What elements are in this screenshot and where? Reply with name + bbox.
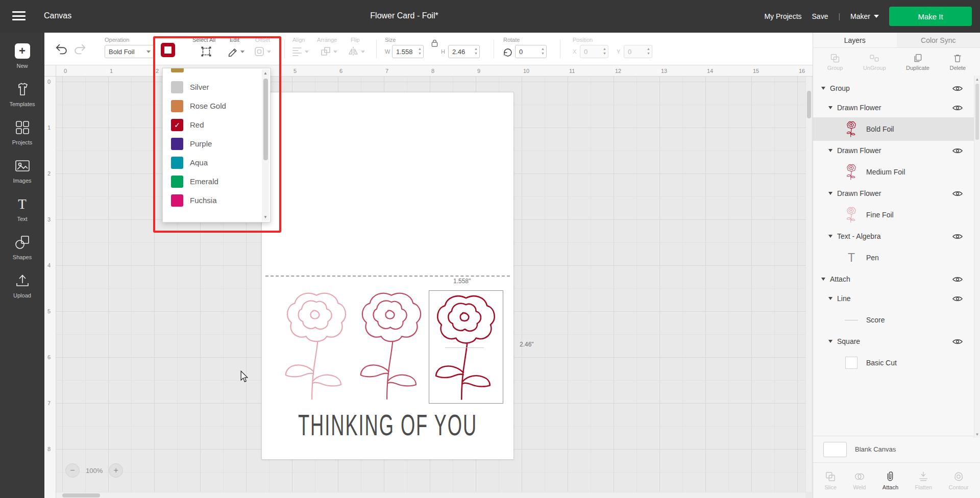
group-button[interactable]: Group [827,53,843,71]
chevron-down-icon [874,15,879,18]
dropdown-scrollbar[interactable]: ▲ ▼ [262,69,269,221]
chevron-down-icon[interactable] [828,297,832,300]
layer-row-drawn-flower-3[interactable]: Drawn Flower [813,184,980,203]
tab-color-sync[interactable]: Color Sync [897,33,980,47]
layer-row-text-algebra[interactable]: Text - Algebra [813,227,980,246]
zoom-in-button[interactable]: + [109,463,123,478]
flip-menu[interactable] [348,46,366,57]
sidebar-item-images[interactable]: Images [0,158,44,184]
tab-layers[interactable]: Layers [813,33,897,47]
eye-icon[interactable] [952,338,963,345]
menu-icon[interactable] [12,11,26,21]
chevron-down-icon[interactable] [828,192,832,195]
layer-row-attach[interactable]: Attach [813,269,980,289]
scrollbar-thumb[interactable] [975,84,979,140]
machine-select[interactable]: Maker [850,12,879,20]
layer-item-fine-foil[interactable]: Fine Foil [813,203,980,227]
layer-item-score[interactable]: Score [813,308,980,332]
color-option-emerald[interactable]: Emerald [163,172,261,191]
eye-icon[interactable] [952,147,963,154]
scrollbar-thumb[interactable] [807,91,811,118]
color-option-rose-gold[interactable]: Rose Gold [163,96,261,115]
panel-scrollbar[interactable]: ▲ ▼ [974,76,980,438]
make-it-button[interactable]: Make It [889,7,972,26]
eye-icon[interactable] [952,295,963,302]
lock-icon[interactable] [431,39,438,49]
sidebar-item-shapes[interactable]: Shapes [0,234,44,260]
flatten-button[interactable]: Flatten [915,471,932,490]
card-text[interactable]: THINKING OF YOU [264,409,511,442]
color-option-silver[interactable]: Silver [163,78,261,96]
chevron-down-icon[interactable] [828,340,832,343]
save-link[interactable]: Save [812,12,828,20]
sidebar-item-text[interactable]: T Text [0,196,44,222]
color-swatch-button[interactable] [161,43,175,57]
eye-icon[interactable] [952,85,963,92]
slice-button[interactable]: Slice [824,471,837,490]
flower-fine-foil[interactable] [282,287,351,404]
edit-menu[interactable] [227,46,246,57]
layer-item-bold-foil[interactable]: Bold Foil [813,117,980,141]
layer-item-medium-foil[interactable]: Medium Foil [813,160,980,184]
layer-item-pen[interactable]: T Pen [813,246,980,269]
duplicate-button[interactable]: Duplicate [906,53,929,71]
layer-row-line[interactable]: Line [813,289,980,308]
text-thumbnail: T [844,249,859,266]
scroll-down-icon[interactable]: ▼ [262,213,269,221]
zoom-out-button[interactable]: − [65,463,80,478]
color-option-fuchsia[interactable]: Fuchsia [163,191,261,210]
scrollbar-thumb[interactable] [62,493,100,497]
machine-name: Maker [850,12,870,20]
stepper-arrows[interactable]: ▲▼ [418,47,422,56]
sidebar-item-projects[interactable]: Projects [0,119,44,145]
attach-button[interactable]: Attach [883,471,898,490]
redo-icon[interactable] [73,43,86,56]
blank-canvas-swatch[interactable] [823,442,847,457]
selection-bounding-box[interactable] [429,290,503,404]
align-menu[interactable] [291,46,310,57]
my-projects-link[interactable]: My Projects [764,12,801,20]
sidebar-item-templates[interactable]: Templates [0,81,44,107]
layer-row-drawn-flower-2[interactable]: Drawn Flower [813,141,980,160]
select-all-icon[interactable] [201,46,212,57]
scrollbar-thumb[interactable] [263,79,268,160]
eye-icon[interactable] [952,233,963,240]
layer-row-group[interactable]: Group [813,79,980,98]
chevron-down-icon[interactable] [828,235,832,238]
color-option-red-selected[interactable]: ✓ Red [163,115,261,134]
scroll-down-icon[interactable]: ▼ [974,431,980,438]
layer-row-square[interactable]: Square [813,332,980,351]
delete-button[interactable]: Delete [949,53,966,71]
scroll-up-icon[interactable]: ▲ [974,76,980,83]
canvas-horizontal-scrollbar[interactable] [56,492,805,498]
x-label: X [573,48,576,55]
chevron-down-icon[interactable] [828,149,832,152]
flower-medium-foil[interactable] [357,287,426,404]
chevron-down-icon[interactable] [821,278,825,281]
layer-row-drawn-flower-1[interactable]: Drawn Flower [813,98,980,117]
operation-dropdown[interactable]: Bold Foil [105,45,155,58]
sidebar-item-new[interactable]: + New [0,43,44,69]
color-option-purple[interactable]: Purple [163,134,261,153]
stepper-arrows[interactable]: ▲▼ [541,47,545,56]
scroll-up-icon[interactable]: ▲ [262,69,269,77]
eye-icon[interactable] [952,190,963,197]
arrange-menu[interactable] [320,46,338,57]
select-all-label[interactable]: Select All [192,37,215,43]
rotate-icon[interactable] [502,46,513,58]
layer-item-basic-cut[interactable]: Basic Cut [813,351,980,375]
chevron-down-icon[interactable] [828,106,832,109]
edit-label[interactable]: Edit [230,37,239,43]
chevron-down-icon[interactable] [821,87,825,90]
sidebar-item-upload[interactable]: Upload [0,272,44,298]
undo-icon[interactable] [55,43,68,56]
offset-menu[interactable] [254,46,272,57]
stepper-arrows[interactable]: ▲▼ [474,47,478,56]
canvas-vertical-scrollbar[interactable] [805,77,812,492]
color-option-aqua[interactable]: Aqua [163,153,261,172]
weld-button[interactable]: Weld [853,471,866,490]
eye-icon[interactable] [952,105,963,111]
ungroup-button[interactable]: UnGroup [863,53,886,71]
contour-button[interactable]: Contour [949,471,969,490]
eye-icon[interactable] [952,276,963,283]
